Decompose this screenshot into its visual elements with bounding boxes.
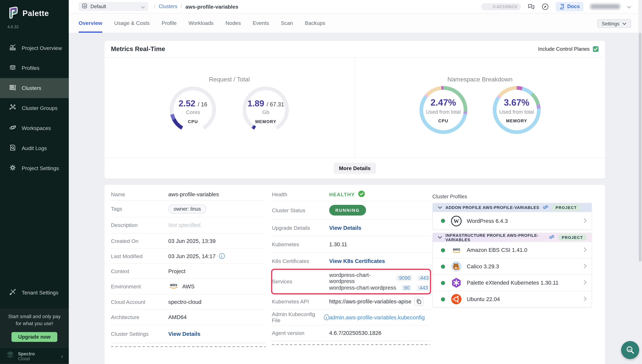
donut-percent: 3.67% <box>504 97 529 108</box>
magnifier-smile-icon <box>625 345 635 355</box>
chat-icon[interactable] <box>528 3 535 10</box>
service-port-link[interactable]: :443 <box>416 284 430 291</box>
profile-pack-row[interactable]: W WordPress 6.4.3 <box>433 212 592 229</box>
service-port-link[interactable]: :9090 <box>396 274 412 281</box>
donut-percent: 2.47% <box>431 97 456 108</box>
settings-button[interactable]: Settings <box>597 19 631 28</box>
sidebar-item-label: Audit Logs <box>22 145 47 151</box>
user-menu-chevron-icon[interactable] <box>627 3 631 10</box>
upgrade-now-button[interactable]: Upgrade now <box>12 332 57 342</box>
chevron-down-icon <box>438 205 442 210</box>
pxk-icon <box>451 277 462 288</box>
tab-usage-costs[interactable]: Usage & Costs <box>114 14 150 33</box>
tab-workloads[interactable]: Workloads <box>188 14 213 33</box>
metrics-card: Metrics Real-Time Include Control Planes… <box>104 41 605 179</box>
page-scrollbar[interactable] <box>638 0 642 364</box>
link-icon[interactable] <box>549 234 555 241</box>
detail-label: Services <box>272 278 329 284</box>
include-control-planes-label: Include Control Planes <box>538 46 589 52</box>
docs-button[interactable]: Docs <box>556 2 583 11</box>
view-details-link[interactable]: View K8s Certificates <box>329 258 385 264</box>
project-selector[interactable]: Default <box>79 2 148 11</box>
detail-label: Tags <box>111 206 168 212</box>
sidebar-item-project-settings[interactable]: Project Settings <box>0 158 69 178</box>
details-middle-column: Health HEALTHYCluster Status RUNNINGUpgr… <box>272 188 430 345</box>
tab-overview[interactable]: Overview <box>79 14 102 33</box>
sidebar-item-label: Clusters <box>22 85 41 91</box>
sidebar-item-project-overview[interactable]: Project Overview <box>0 38 69 58</box>
include-control-planes-checkbox[interactable] <box>593 46 599 52</box>
service-port-link[interactable]: :443 <box>417 274 430 281</box>
breadcrumb: / Clusters / aws-profile-variables <box>154 4 238 10</box>
compass-icon[interactable] <box>542 3 549 10</box>
more-details-button[interactable]: More Details <box>334 162 376 174</box>
detail-row-name: Name aws-profile-variables <box>111 188 266 201</box>
tag-pill[interactable]: owner: linus <box>168 204 206 213</box>
donut-caption: Used from total <box>499 109 534 115</box>
detail-row-admin-kubeconfig-file: Admin Kubeconfig Filei admin.aws-profile… <box>272 310 430 326</box>
profile-section-purple: INFRASTRUCTURE PROFILE AWS-PROFILE-VARIA… <box>432 233 592 308</box>
detail-row-upgrade-details: Upgrade Details View Details <box>272 220 430 236</box>
sidebar-item-clusters[interactable]: Clusters <box>0 78 69 98</box>
detail-label: Last Modified <box>111 253 168 259</box>
ubuntu-icon <box>451 294 462 305</box>
detail-value: spectro-cloud <box>168 299 201 305</box>
detail-label: Architecture <box>111 314 168 320</box>
link-icon[interactable] <box>543 204 549 211</box>
profile-pack-row[interactable]: aws Amazon EBS CSI 1.41.0 <box>433 242 592 258</box>
cluster-details-card: Name aws-profile-variablesTags owner: li… <box>104 185 605 364</box>
sidebar-item-tenant-settings[interactable]: Tenant Settings <box>0 282 69 302</box>
detail-row-agent-version: Agent version 4.6.7/20250530.1826 <box>272 326 430 341</box>
namespace-donut-memory: 3.67% Used from total MEMORY <box>492 85 542 135</box>
sidebar-item-profiles[interactable]: Profiles <box>0 58 69 78</box>
copy-button[interactable] <box>414 297 423 306</box>
project-scope-badge: PROJECT <box>552 204 580 210</box>
view-details-link[interactable]: View Details <box>329 225 361 231</box>
project-overview-icon <box>9 44 16 52</box>
detail-label: Cluster Status <box>272 207 329 213</box>
gauge-label: CPU <box>188 119 198 124</box>
kubeconfig-link[interactable]: admin.aws-profile-variables.kubeconfig <box>329 314 425 320</box>
detail-row-context: Context Project <box>111 264 266 279</box>
profile-section-header[interactable]: ADDON PROFILE AWS-PROFILE-VARIABLES PROJ… <box>433 203 592 212</box>
view-details-link[interactable]: View Details <box>168 331 200 337</box>
gauge-cpu: 2.52 / 16 Cores CPU <box>168 85 218 134</box>
workspaces-icon <box>9 124 16 132</box>
profile-pack-row[interactable]: Calico 3.29.3 <box>433 258 592 274</box>
gauge-value: 1.89 / 67.31 <box>248 98 284 108</box>
sidebar-item-cluster-groups[interactable]: Cluster Groups <box>0 98 69 118</box>
services-list: wordpress-chart-wordpress:9090:443wordpr… <box>329 271 430 291</box>
detail-label: Cluster Settings <box>111 331 168 337</box>
detail-row-environment: Environment awsAWS <box>111 279 266 294</box>
tab-scan[interactable]: Scan <box>281 14 293 33</box>
project-scope-badge: PROJECT <box>558 234 587 240</box>
breadcrumb-clusters-link[interactable]: Clusters <box>159 4 177 10</box>
sidebar-collapse-button[interactable]: ‹ <box>61 353 63 359</box>
svg-text:aws: aws <box>453 247 460 251</box>
pack-status-dot <box>441 219 445 223</box>
sidebar-item-workspaces[interactable]: Workspaces <box>0 118 69 138</box>
cluster-groups-icon <box>9 104 16 112</box>
detail-value: aws-profile-variables <box>168 191 219 197</box>
profile-pack-row[interactable]: Palette eXtended Kubernetes 1.30.11 <box>433 274 592 291</box>
profile-section-header[interactable]: INFRASTRUCTURE PROFILE AWS-PROFILE-VARIA… <box>433 233 592 242</box>
book-icon <box>559 4 565 10</box>
detail-label: Context <box>111 268 168 274</box>
profile-pack-row[interactable]: Ubuntu 22.04 <box>433 291 592 307</box>
spectro-cloud-logo-icon <box>6 350 15 362</box>
detail-label: Health <box>272 192 329 198</box>
user-name-redacted[interactable] <box>590 4 620 9</box>
detail-value: Project <box>168 268 185 274</box>
tab-nodes[interactable]: Nodes <box>226 14 241 33</box>
cluster-status-badge: RUNNING <box>329 205 366 216</box>
scrollbar-thumb[interactable] <box>639 33 641 262</box>
tab-profile[interactable]: Profile <box>161 14 176 33</box>
donut-caption: Used from total <box>426 109 461 115</box>
tab-backups[interactable]: Backups <box>305 14 325 33</box>
tab-events[interactable]: Events <box>253 14 269 33</box>
sidebar-item-audit-logs[interactable]: Audit Logs <box>0 138 69 158</box>
app-version: 4.6.32 <box>0 21 69 29</box>
service-port-link[interactable]: :80 <box>401 284 411 291</box>
help-search-button[interactable] <box>621 341 639 359</box>
cutoff-row <box>272 341 430 345</box>
